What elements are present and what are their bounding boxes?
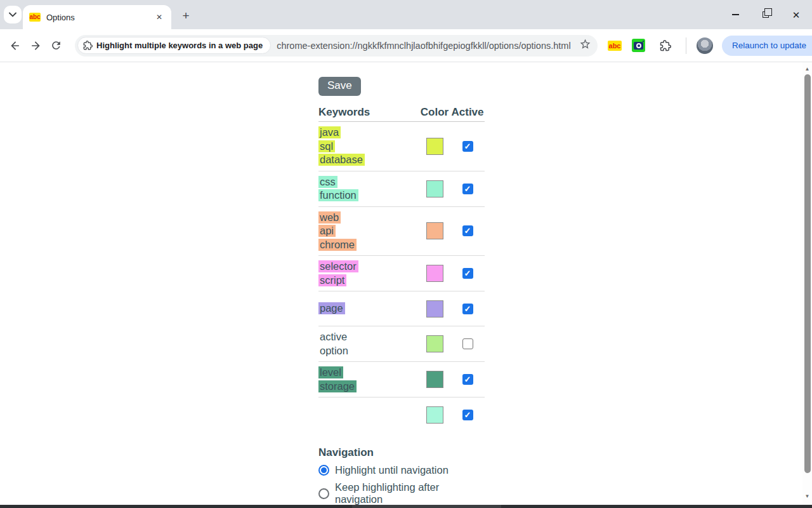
forward-icon <box>29 39 42 52</box>
scroll-up-icon[interactable]: ▲ <box>802 64 812 74</box>
keyword-row: ✓ <box>318 398 485 432</box>
navigation-option[interactable]: Highlight until navigation <box>318 464 485 476</box>
keywords-field[interactable]: javasqldatabase <box>318 126 419 167</box>
keyword-row: levelstorage✓ <box>318 362 485 398</box>
tab-search-button[interactable] <box>4 6 22 23</box>
keywords-field[interactable]: cssfunction <box>318 175 419 203</box>
keywords-field[interactable]: webapichrome <box>318 211 419 252</box>
keyword-text: css <box>318 176 337 188</box>
scrollbar-thumb[interactable] <box>804 74 811 473</box>
minimize-icon <box>732 14 739 15</box>
back-button[interactable] <box>5 36 25 56</box>
color-swatch[interactable] <box>426 265 443 282</box>
puzzle-icon <box>660 40 671 51</box>
navigation-section: Navigation Highlight until navigationKee… <box>318 446 485 505</box>
keyword-text: active <box>318 331 349 343</box>
camera-lens-icon <box>636 43 641 48</box>
active-checkbox-unchecked[interactable] <box>462 338 473 349</box>
radio-unselected[interactable] <box>318 488 329 499</box>
extensions-menu-button[interactable] <box>655 36 676 56</box>
keywords-table: Keywords Color Active javasqldatabase✓cs… <box>318 106 485 432</box>
keyword-row: cssfunction✓ <box>318 171 485 207</box>
color-swatch[interactable] <box>426 180 443 197</box>
active-checkbox-checked[interactable]: ✓ <box>462 184 473 194</box>
extension-icons: abc <box>608 36 713 56</box>
tab-close-icon[interactable]: ✕ <box>154 11 165 23</box>
tab-title: Options <box>46 13 154 22</box>
reload-button[interactable] <box>46 36 66 56</box>
page-scrollbar[interactable]: ▲ ▼ <box>802 62 812 505</box>
active-checkbox-checked[interactable]: ✓ <box>462 374 473 385</box>
bookmark-button[interactable] <box>579 38 591 53</box>
chevron-down-icon <box>9 12 16 17</box>
radio-label: Highlight until navigation <box>335 464 449 476</box>
reload-icon <box>50 39 62 51</box>
extension-favicon-icon: abc <box>29 13 41 22</box>
header-active: Active <box>450 106 485 119</box>
color-swatch[interactable] <box>426 138 443 155</box>
abc-extension-icon[interactable]: abc <box>608 41 622 51</box>
color-swatch[interactable] <box>426 222 443 239</box>
active-checkbox-checked[interactable]: ✓ <box>462 268 473 279</box>
table-header: Keywords Color Active <box>318 106 485 122</box>
back-icon <box>9 39 22 52</box>
navigation-options: Highlight until navigationKeep highlight… <box>318 464 485 505</box>
keyword-text: database <box>318 154 365 166</box>
restore-icon <box>763 11 769 18</box>
url-text: chrome-extension://ngkkfkfmnclhjlaofbhif… <box>277 41 579 51</box>
keyword-row: activeoption <box>318 326 485 362</box>
restore-button[interactable] <box>755 5 776 24</box>
keyword-text: java <box>318 126 341 138</box>
keyword-text: api <box>318 225 336 237</box>
radio-selected[interactable] <box>318 465 329 476</box>
keyword-text: page <box>318 302 345 314</box>
camera-extension-icon[interactable] <box>632 39 645 52</box>
extension-name-label: Highlight multiple keywords in a web pag… <box>96 41 263 50</box>
active-checkbox-checked[interactable]: ✓ <box>462 225 473 236</box>
relaunch-to-update-button[interactable]: Relaunch to update <box>722 36 812 56</box>
radio-label: Keep highlighting after navigation <box>335 481 485 505</box>
save-button[interactable]: Save <box>318 77 361 96</box>
color-swatch[interactable] <box>426 406 443 424</box>
forward-button[interactable] <box>25 36 46 56</box>
keyword-text: storage <box>318 380 357 392</box>
extension-name-chip[interactable]: Highlight multiple keywords in a web pag… <box>77 37 271 54</box>
header-color: Color <box>419 106 450 119</box>
keyword-row: javasqldatabase✓ <box>318 122 485 171</box>
star-icon <box>579 38 591 50</box>
keyword-text: option <box>318 345 350 357</box>
new-tab-button[interactable]: + <box>178 8 194 24</box>
camera-dot-icon <box>643 41 644 42</box>
keyword-text: chrome <box>318 239 357 251</box>
minimize-button[interactable] <box>724 5 746 24</box>
toolbar-separator <box>686 37 686 54</box>
window-controls: ✕ <box>724 0 807 29</box>
browser-toolbar: Highlight multiple keywords in a web pag… <box>0 29 812 62</box>
extension-puzzle-icon <box>83 41 93 50</box>
keyword-text: script <box>318 274 346 286</box>
taskbar-edge <box>0 505 812 508</box>
scroll-down-icon[interactable]: ▼ <box>802 491 812 501</box>
navigation-title: Navigation <box>318 446 485 459</box>
color-swatch[interactable] <box>426 300 443 318</box>
keywords-field[interactable]: selectorscript <box>318 260 419 287</box>
tab-options[interactable]: abc Options ✕ <box>23 5 171 29</box>
header-keywords: Keywords <box>318 106 419 119</box>
active-checkbox-checked[interactable]: ✓ <box>462 410 473 420</box>
navigation-option[interactable]: Keep highlighting after navigation <box>318 481 485 505</box>
keywords-field[interactable]: activeoption <box>318 330 419 358</box>
keywords-field[interactable]: page <box>318 302 419 316</box>
keyword-text: sql <box>318 140 335 152</box>
active-checkbox-checked[interactable]: ✓ <box>462 304 473 314</box>
color-swatch[interactable] <box>426 335 443 352</box>
color-swatch[interactable] <box>426 371 443 388</box>
keywords-field[interactable]: levelstorage <box>318 366 419 393</box>
options-page: Save Keywords Color Active javasqldataba… <box>0 62 812 505</box>
profile-avatar[interactable] <box>697 37 713 54</box>
close-button[interactable]: ✕ <box>785 5 807 24</box>
keyword-text: level <box>318 366 343 378</box>
address-bar[interactable]: Highlight multiple keywords in a web pag… <box>75 35 598 57</box>
keyword-row: page✓ <box>318 291 485 326</box>
active-checkbox-checked[interactable]: ✓ <box>462 141 473 152</box>
keyword-text: selector <box>318 260 358 272</box>
